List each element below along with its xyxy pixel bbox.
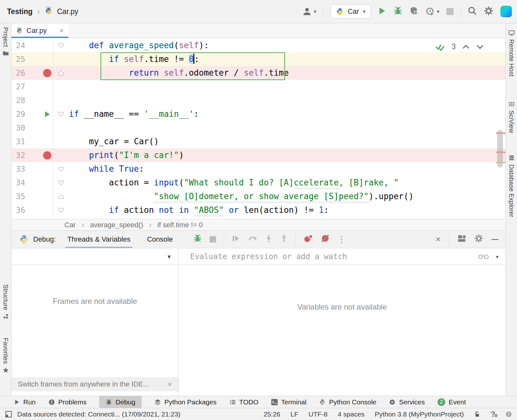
fold-open-icon[interactable] (53, 176, 69, 190)
sidebar-item-sciview[interactable]: SciView (506, 101, 517, 133)
debug-header: Debug: Threads & Variables Console ⋮ (11, 231, 506, 248)
code-text[interactable]: while True: (69, 162, 144, 176)
fold-open-icon[interactable] (53, 39, 69, 52)
settings-button[interactable] (484, 6, 493, 17)
gear-icon[interactable] (474, 234, 483, 245)
lock-icon[interactable] (474, 411, 480, 418)
fold-end-icon[interactable] (53, 66, 69, 80)
toolbar-separator (224, 233, 224, 245)
status-message[interactable]: Data sources detected: Connecti... (17/0… (17, 410, 180, 418)
chevron-down-icon[interactable]: ▾ (495, 253, 499, 260)
code-text[interactable]: if self.time != 0: (69, 52, 199, 66)
toolwindow-python-console[interactable]: Python Console (319, 396, 376, 408)
close-icon[interactable]: × (59, 26, 64, 35)
breadcrumb-statement[interactable]: if self.time != 0 (157, 221, 203, 229)
code-text[interactable]: def average_speed(self): (69, 39, 209, 52)
step-into-button[interactable] (265, 234, 273, 244)
run-with-coverage-button[interactable] (410, 6, 419, 17)
stop-button[interactable] (446, 8, 453, 15)
code-text[interactable]: return self.odometer / self.time (69, 66, 289, 80)
debug-button[interactable] (393, 6, 403, 17)
watches-icon[interactable] (478, 254, 489, 259)
toolwindow-toggle-icon[interactable] (5, 411, 12, 418)
inspections-widget-icon[interactable]: ? (491, 410, 495, 419)
code-editor[interactable]: 24 def average_speed(self):25 if self.ti… (11, 38, 506, 219)
step-over-button[interactable] (248, 235, 257, 244)
tab-console[interactable]: Console (145, 231, 175, 248)
toolwindow-terminal[interactable]: Terminal (271, 396, 306, 408)
breadcrumb-method[interactable]: average_speed() (90, 221, 143, 229)
tab-car-py[interactable]: Car.py × (11, 23, 68, 38)
resume-button[interactable] (232, 234, 240, 244)
mute-breakpoints-button[interactable] (321, 234, 330, 245)
profiler-button[interactable]: ▾ (426, 7, 439, 16)
toolwindow-problems[interactable]: Problems (49, 396, 87, 408)
hide-icon[interactable] (491, 239, 498, 240)
bug-icon (106, 399, 112, 405)
indent-style[interactable]: 4 spaces (338, 410, 364, 418)
layout-settings-icon[interactable] (458, 234, 466, 244)
rerun-debug-button[interactable] (193, 234, 202, 245)
next-problem-icon[interactable] (476, 44, 484, 49)
tool-window-bar: Run Problems Debug Python Packages TODO … (0, 396, 517, 408)
debug-tool-window: Debug: Threads & Variables Console ⋮ (11, 230, 506, 396)
event-log-icon[interactable] (506, 411, 512, 417)
sidebar-item-structure[interactable]: Structure (0, 284, 11, 319)
chevron-down-icon: ▾ (314, 8, 317, 15)
toolwindow-debug[interactable]: Debug (99, 396, 142, 408)
user-account-button[interactable]: ▾ (302, 7, 317, 16)
breakpoint-icon[interactable] (41, 69, 53, 77)
fold-open-icon[interactable] (53, 203, 69, 217)
file-encoding[interactable]: UTF-8 (309, 410, 328, 418)
code-text[interactable]: my_car = Car() (69, 135, 159, 148)
tab-threads-variables[interactable]: Threads & Variables (65, 231, 132, 248)
fold-open-icon[interactable] (53, 107, 69, 121)
services-icon (389, 399, 395, 405)
error-stripe-mark[interactable] (496, 162, 506, 163)
toolwindow-label: Python Console (329, 398, 376, 406)
code-text[interactable]: "show [O]dometer, or show average [S]pee… (69, 190, 414, 203)
line-separator[interactable]: LF (290, 410, 298, 418)
packages-icon (154, 399, 161, 405)
breakpoint-icon[interactable] (41, 151, 53, 160)
breadcrumb-file-name[interactable]: Car.py (57, 7, 78, 16)
toolwindow-event-log[interactable]: 2 Event (438, 396, 466, 408)
error-stripe-mark[interactable] (496, 132, 506, 134)
chevron-down-icon: ▾ (363, 8, 366, 15)
evaluate-expression-input[interactable]: Evaluate expression or add a watch ▾ (179, 248, 506, 265)
run-configuration-select[interactable]: Car ▾ (331, 4, 371, 19)
more-actions-icon[interactable]: ⋮ (337, 235, 346, 244)
breadcrumb: Car › average_speed() › if self.time != … (11, 219, 506, 230)
sidebar-item-remote-host[interactable]: Remote Host (506, 30, 517, 77)
project-name[interactable]: Testing (7, 7, 33, 16)
step-out-button[interactable] (280, 234, 288, 244)
toolwindow-run[interactable]: Run (14, 396, 36, 408)
chevron-right-icon: › (37, 7, 40, 17)
fold-open-icon[interactable] (53, 162, 69, 176)
prev-problem-icon[interactable] (462, 44, 470, 49)
sidebar-item-favorites[interactable]: Favorites (0, 338, 11, 373)
stop-button[interactable] (210, 236, 216, 243)
caret-position[interactable]: 25:26 (264, 410, 281, 418)
code-text[interactable]: if action not in "ABOS" or len(action) !… (69, 203, 329, 217)
code-text[interactable]: if __name__ == '__main__': (69, 107, 199, 121)
view-breakpoints-button[interactable] (303, 234, 313, 245)
fold-end-icon[interactable] (53, 190, 69, 203)
search-everywhere-button[interactable] (468, 6, 477, 17)
close-icon[interactable]: × (168, 380, 172, 389)
close-icon[interactable]: × (436, 234, 441, 244)
run-button[interactable] (378, 7, 386, 16)
run-gutter-icon[interactable] (41, 111, 53, 118)
code-text[interactable]: print("I'm a car!") (69, 148, 184, 162)
python-interpreter[interactable]: Python 3.8 (MyPythonProject) (375, 410, 464, 418)
sidebar-item-project[interactable]: Project (0, 27, 11, 56)
toolbar-separator (449, 233, 449, 245)
toolwindow-services[interactable]: Services (389, 396, 425, 408)
sidebar-item-database-explorer[interactable]: Database Explorer (506, 155, 517, 217)
error-stripe-mark[interactable] (496, 152, 506, 153)
frames-dropdown[interactable]: ▾ (11, 248, 179, 265)
breadcrumb-class[interactable]: Car (64, 221, 76, 229)
toolwindow-todo[interactable]: TODO (229, 396, 258, 408)
toolwindow-python-packages[interactable]: Python Packages (154, 396, 216, 408)
code-text[interactable]: action = input("What should I do? [A]cce… (69, 176, 399, 190)
